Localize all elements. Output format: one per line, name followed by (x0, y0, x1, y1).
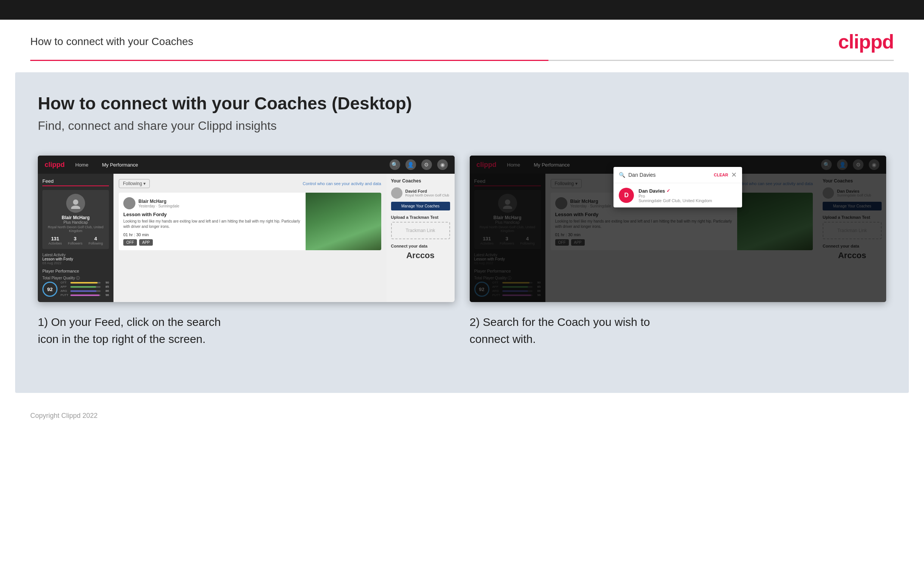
screenshot-1-frame: clippd Home My Performance 🔍 👤 ⚙ ◉ Feed (38, 156, 455, 302)
activity-date-1: 03 Aug 2022 (42, 261, 109, 265)
profile-card-1: Blair McHarg Plus Handicap Royal North D… (42, 190, 109, 249)
result-club: Sunningdale Golf Club, United Kingdom (638, 198, 712, 203)
page-heading: How to connect with your Coaches (Deskto… (38, 93, 886, 114)
page-title: How to connect with your Coaches (30, 36, 193, 48)
coaches-title-1: Your Coaches (391, 178, 450, 183)
lesson-duration-1: 01 hr : 30 min (123, 232, 301, 237)
screenshot-1-col: clippd Home My Performance 🔍 👤 ⚙ ◉ Feed (38, 156, 455, 347)
lesson-btns-1: OFF APP (123, 239, 301, 246)
profile-club-1: Royal North Devon Golf Club, United King… (45, 225, 106, 233)
lesson-coach-row-1: Blair McHarg Yesterday · Sunningdale (123, 197, 301, 209)
caption-2: 2) Search for the Coach you wish toconne… (470, 313, 887, 347)
close-search-button[interactable]: ✕ (731, 171, 737, 179)
following-row-1: Following ▾ Control who can see your act… (119, 179, 381, 188)
latest-activity-1: Latest Activity Lesson with Fordy 03 Aug… (42, 253, 109, 265)
clear-search-button[interactable]: CLEAR (714, 173, 728, 177)
header: How to connect with your Coaches clippd (0, 19, 924, 60)
app-body-1: Feed Blair McHarg Plus Handicap Royal No… (38, 174, 455, 302)
profile-stats-1: 131 Activities 3 Followers 4 Following (45, 236, 106, 245)
stat-followers: 3 Followers (68, 236, 83, 245)
search-icon-1[interactable]: 🔍 (390, 159, 400, 170)
activity-link-1[interactable]: Lesson with Fordy (42, 257, 109, 261)
connect-data-title-1: Connect your data (391, 244, 450, 248)
search-magnify-icon: 🔍 (619, 172, 625, 178)
left-panel-1: Feed Blair McHarg Plus Handicap Royal No… (38, 174, 113, 302)
stat-activities-label: Activities (49, 242, 62, 245)
stat-activities-num: 131 (49, 236, 62, 242)
nav-my-performance-1[interactable]: My Performance (99, 161, 141, 169)
copyright-text: Copyright Clippd 2022 (30, 412, 97, 419)
header-divider (30, 60, 894, 61)
lesson-card-1: Blair McHarg Yesterday · Sunningdale Les… (119, 193, 381, 250)
result-info: Dan Davies ✓ Pro Sunningdale Golf Club, … (638, 188, 712, 203)
svg-point-1 (71, 206, 80, 209)
right-panel-1: Your Coaches David Ford Royal North Devo… (387, 174, 455, 302)
coach-sub-1: Yesterday · Sunningdale (138, 204, 179, 208)
settings-icon-1[interactable]: ⚙ (421, 159, 432, 170)
coach-entry-club-1: Royal North Devon Golf Club (405, 193, 449, 197)
footer: Copyright Clippd 2022 (0, 404, 924, 427)
tpq-row-1: 92 OTT 90 APP (42, 281, 109, 297)
coach-entry-name-1: David Ford (405, 189, 449, 193)
result-name: Dan Davies ✓ (638, 188, 712, 194)
lesson-img-placeholder-1 (306, 193, 381, 250)
feed-tab-1[interactable]: Feed (42, 178, 109, 186)
lesson-image-1 (306, 193, 381, 250)
screenshot-2-frame: clippd Home My Performance 🔍 👤 ⚙ ◉ Feed (470, 156, 887, 302)
search-query-text[interactable]: Dan Davies (628, 172, 711, 178)
stat-activities: 131 Activities (49, 236, 62, 245)
stat-followers-num: 3 (68, 236, 83, 242)
search-overlay: 🔍 Dan Davies CLEAR ✕ D Dan Davies ✓ (470, 156, 887, 302)
profile-hc-1: Plus Handicap (45, 220, 106, 224)
following-button-1[interactable]: Following ▾ (119, 179, 150, 188)
lesson-desc-1: Looking to feel like my hands are exitin… (123, 219, 301, 229)
quality-circle-1: 92 (42, 282, 58, 297)
screenshot-2-col: clippd Home My Performance 🔍 👤 ⚙ ◉ Feed (470, 156, 887, 347)
arccos-logo-1: Arccos (391, 250, 450, 260)
middle-panel-1: Following ▾ Control who can see your act… (113, 174, 387, 302)
app-button-1[interactable]: APP (139, 239, 153, 246)
bar-putt: PUTT 96 (60, 293, 109, 297)
app-nav-1: clippd Home My Performance 🔍 👤 ⚙ ◉ (38, 156, 455, 174)
bar-ott: OTT 90 (60, 281, 109, 284)
profile-icon-1[interactable]: 👤 (405, 159, 416, 170)
profile-name-1: Blair McHarg (45, 215, 106, 220)
nav-icons-1: 🔍 👤 ⚙ ◉ (390, 159, 448, 170)
coach-entry-avatar-1 (391, 187, 403, 199)
profile-avatar-1 (66, 194, 85, 213)
clippd-logo: clippd (838, 30, 894, 53)
stat-following-label: Following (89, 242, 103, 245)
performance-section-1: Player Performance Total Player Quality … (42, 269, 109, 297)
screenshots-row: clippd Home My Performance 🔍 👤 ⚙ ◉ Feed (38, 156, 886, 347)
off-button-1[interactable]: OFF (123, 239, 137, 246)
nav-home-1[interactable]: Home (72, 161, 92, 169)
app-logo-1: clippd (45, 161, 65, 169)
search-result-item[interactable]: D Dan Davies ✓ Pro Sunningdale Golf Club… (613, 183, 742, 208)
caption-1: 1) On your Feed, click on the searchicon… (38, 313, 455, 347)
bar-rows-1: OTT 90 APP 85 (60, 281, 109, 297)
perf-title-1: Player Performance (42, 269, 109, 273)
result-avatar: D (619, 188, 634, 203)
coach-entry-info-1: David Ford Royal North Devon Golf Club (405, 189, 449, 197)
coach-avatar-1 (123, 197, 135, 209)
search-box: 🔍 Dan Davies CLEAR ✕ D Dan Davies ✓ (613, 167, 742, 208)
result-role: Pro (638, 194, 712, 198)
top-bar (0, 0, 924, 19)
main-content: How to connect with your Coaches (Deskto… (15, 72, 909, 393)
search-input-row: 🔍 Dan Davies CLEAR ✕ (613, 167, 742, 183)
manage-coaches-btn-1[interactable]: Manage Your Coaches (391, 202, 450, 211)
lesson-title-1: Lesson with Fordy (123, 212, 301, 217)
coach-name-1: Blair McHarg (138, 199, 179, 204)
bar-arg: ARG 86 (60, 289, 109, 292)
upload-trackman-title-1: Upload a Trackman Test (391, 215, 450, 219)
control-link-1[interactable]: Control who can see your activity and da… (303, 181, 381, 186)
bar-app: APP 85 (60, 285, 109, 289)
stat-following: 4 Following (89, 236, 103, 245)
svg-point-0 (73, 200, 78, 205)
user-icon-1[interactable]: ◉ (437, 159, 448, 170)
trackman-placeholder-1: Trackman Link (391, 222, 450, 239)
stat-following-num: 4 (89, 236, 103, 242)
page-subheading: Find, connect and share your Clippd insi… (38, 119, 886, 133)
verified-badge: ✓ (667, 188, 670, 193)
coach-entry-1: David Ford Royal North Devon Golf Club (391, 187, 450, 199)
